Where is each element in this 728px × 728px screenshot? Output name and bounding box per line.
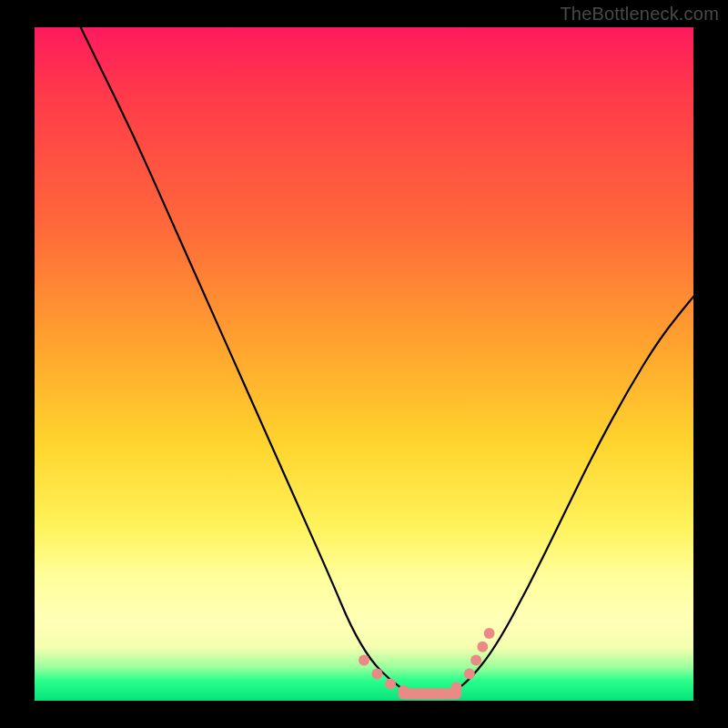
highlight-dot xyxy=(398,685,409,696)
highlight-dot xyxy=(438,689,449,700)
highlight-dot xyxy=(359,655,369,666)
bottleneck-curve xyxy=(81,27,693,694)
watermark-text: TheBottleneck.com xyxy=(560,4,719,25)
curve-layer xyxy=(35,27,693,701)
highlight-dot xyxy=(484,628,495,639)
highlight-dot xyxy=(464,668,475,679)
plot-area xyxy=(35,27,693,701)
highlight-markers xyxy=(359,628,495,700)
highlight-dot xyxy=(411,689,422,700)
highlight-dot xyxy=(450,682,461,693)
highlight-dot xyxy=(470,655,481,666)
highlight-dot xyxy=(477,642,488,652)
chart-frame: TheBottleneck.com xyxy=(0,0,728,728)
highlight-dot xyxy=(385,679,396,690)
highlight-dot xyxy=(372,668,383,679)
